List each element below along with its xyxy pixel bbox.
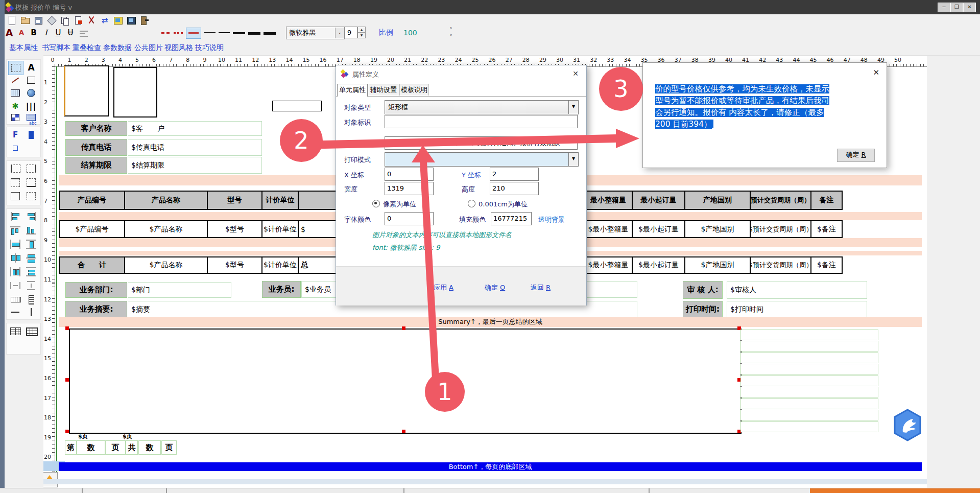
logo-box-2[interactable] <box>113 67 157 118</box>
equal-width-icon[interactable] <box>8 238 22 251</box>
menu-view-style[interactable]: 视图风格 <box>164 43 193 53</box>
line-weight-3-icon[interactable] <box>233 32 245 34</box>
strikeout-icon[interactable]: Ʉ <box>65 28 76 38</box>
salesman-label[interactable]: 业务员: <box>262 281 301 298</box>
height-input[interactable]: 210 <box>490 182 539 195</box>
col-grid-icon[interactable] <box>24 293 38 306</box>
border-left-icon[interactable] <box>8 162 22 175</box>
font-small-icon[interactable]: A <box>16 28 27 38</box>
space-horizontal-icon[interactable] <box>8 265 22 278</box>
title-box[interactable] <box>272 101 322 111</box>
line-weight-2-icon[interactable] <box>219 32 230 33</box>
object-type-select[interactable]: 矩形框 ▼ <box>385 100 579 114</box>
grid-small-icon[interactable] <box>8 324 22 338</box>
minimize-button[interactable]: ─ <box>938 3 950 12</box>
border-bottom-icon[interactable] <box>24 176 38 189</box>
y-coord-input[interactable]: 2 <box>490 168 539 181</box>
select-tool-icon[interactable] <box>8 61 23 75</box>
radio-selected-icon[interactable] <box>372 200 380 207</box>
center-vertical-icon[interactable] <box>24 251 38 265</box>
dept-value[interactable]: $部门 <box>128 282 231 298</box>
center-horizontal-icon[interactable] <box>8 251 22 265</box>
tab-template-notes[interactable]: 模板说明 <box>399 84 429 96</box>
border-none-icon[interactable] <box>24 190 38 203</box>
resize-handle[interactable] <box>402 430 405 433</box>
export-icon[interactable] <box>74 16 83 25</box>
tab-aux-settings[interactable]: 辅助设置 <box>369 84 398 96</box>
back-button[interactable]: 返回R <box>531 283 551 292</box>
align-right-objects-icon[interactable] <box>24 210 38 223</box>
popup-close-icon[interactable]: ✕ <box>873 68 879 77</box>
dialog-titlebar[interactable]: 属性定义 ✕ <box>336 65 586 83</box>
align-left-objects-icon[interactable] <box>8 210 22 223</box>
shrink-width-icon[interactable] <box>8 279 22 292</box>
border-right-icon[interactable] <box>24 162 38 175</box>
width-input[interactable]: 1319 <box>385 182 434 195</box>
text-content-input[interactable]: 或等待审批产品，有结果后我司会另行通知。报价有效期默 <box>385 136 578 150</box>
align-left-icon[interactable] <box>80 30 90 39</box>
fax-value[interactable]: $传真电话 <box>128 139 262 156</box>
align-top-objects-icon[interactable] <box>8 224 22 237</box>
resize-handle[interactable] <box>402 326 405 330</box>
print-mode-dropdown-icon[interactable]: ▼ <box>568 153 578 166</box>
tab-cell-props[interactable]: 单元属性 <box>337 84 368 97</box>
summary-label[interactable]: 业务摘要: <box>65 301 127 318</box>
save-icon[interactable] <box>34 16 43 25</box>
line-weight-4-icon[interactable] <box>248 32 260 35</box>
transparent-bg-link[interactable]: 透明背景 <box>538 215 565 224</box>
customer-name-value[interactable]: $客 户 <box>128 121 262 136</box>
font-size-input[interactable]: 9 <box>344 27 357 38</box>
swap-arrows-icon[interactable]: ⇄ <box>100 16 109 25</box>
fill-color-input[interactable]: 16777215 <box>491 212 532 225</box>
resize-handle[interactable] <box>65 430 69 433</box>
font-family-dropdown-icon[interactable]: ⌄ <box>335 28 344 38</box>
hline-icon[interactable] <box>8 306 22 319</box>
border-all-icon[interactable] <box>8 190 22 203</box>
auditor-value[interactable]: $审核人 <box>727 281 867 299</box>
image-icon[interactable] <box>113 16 123 25</box>
cut-icon[interactable] <box>87 16 96 25</box>
copy-icon[interactable] <box>60 16 69 25</box>
web-tool-icon[interactable] <box>24 86 38 100</box>
menu-tips[interactable]: 技巧说明 <box>195 43 224 53</box>
dialog-close-icon[interactable]: ✕ <box>571 69 580 78</box>
line-tool-icon[interactable] <box>8 74 22 87</box>
object-id-input[interactable] <box>385 115 578 128</box>
menu-overlap-check[interactable]: 重叠检查 <box>73 43 101 53</box>
selected-rectangle[interactable] <box>69 328 742 434</box>
font-family-select[interactable]: 微软雅黑 ⌄ <box>286 27 345 39</box>
unit-cm-radio[interactable]: 0.001cm为单位 <box>468 200 528 209</box>
popup-ok-button[interactable]: 确定 R <box>837 149 875 162</box>
rect-tool-icon[interactable] <box>24 74 38 87</box>
field-tool-icon[interactable]: F <box>8 128 22 142</box>
fax-label[interactable]: 传真电话 <box>65 139 127 156</box>
open-folder-icon[interactable] <box>20 16 30 25</box>
small-rect-tool-icon[interactable] <box>8 142 22 155</box>
scale-spinner[interactable]: ˄˅ <box>449 27 452 41</box>
font-size-down-icon[interactable]: ▼ <box>357 32 366 38</box>
underline-icon[interactable]: U <box>53 28 63 38</box>
vline-icon[interactable] <box>24 306 38 319</box>
menu-basic-props[interactable]: 基本属性 <box>9 43 38 53</box>
unit-px-radio[interactable]: 像素为单位 <box>372 200 416 209</box>
grid-large-icon[interactable] <box>24 324 38 338</box>
resize-handle[interactable] <box>65 378 69 382</box>
scrollbar-track[interactable] <box>43 479 927 484</box>
x-coord-input[interactable]: 0 <box>385 168 434 181</box>
menu-write-script[interactable]: 书写脚本 <box>42 43 70 53</box>
auditor-label[interactable]: 审 核 人: <box>683 281 723 299</box>
settlement-value[interactable]: $结算期限 <box>128 157 262 174</box>
table-tool-icon[interactable] <box>8 86 22 100</box>
close-button[interactable]: ✕ <box>963 3 976 12</box>
apply-button[interactable]: 应用A <box>434 283 453 292</box>
fill-rect-tool-icon[interactable] <box>24 128 38 142</box>
radio-unselected-icon[interactable] <box>468 200 475 207</box>
line-style-selected[interactable] <box>186 28 201 39</box>
media-icon[interactable] <box>127 16 136 25</box>
shrink-height-icon[interactable] <box>24 279 38 292</box>
exit-icon[interactable] <box>140 16 149 25</box>
print-time-label[interactable]: 打印时间: <box>683 301 723 318</box>
object-type-dropdown-icon[interactable]: ▼ <box>568 101 578 114</box>
resize-handle[interactable] <box>65 326 69 330</box>
restore-button[interactable]: ❐ <box>950 3 963 12</box>
